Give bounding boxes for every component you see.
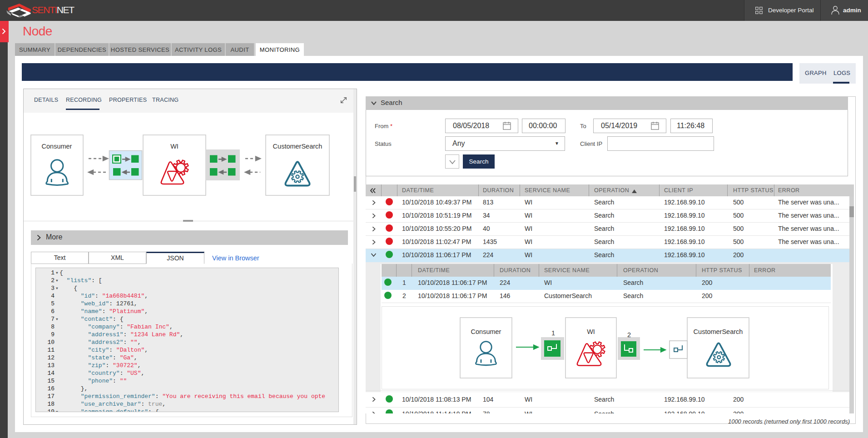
- svg-text:2: 2: [627, 331, 631, 338]
- svg-text:CustomerSearch: CustomerSearch: [273, 143, 322, 150]
- svg-text:WI: WI: [587, 328, 595, 335]
- svg-text:1: 1: [551, 329, 555, 337]
- svg-text:CustomerSearch: CustomerSearch: [694, 328, 743, 335]
- svg-text:Consumer: Consumer: [471, 328, 501, 335]
- svg-text:WI: WI: [170, 143, 179, 150]
- svg-text:Consumer: Consumer: [42, 143, 72, 150]
